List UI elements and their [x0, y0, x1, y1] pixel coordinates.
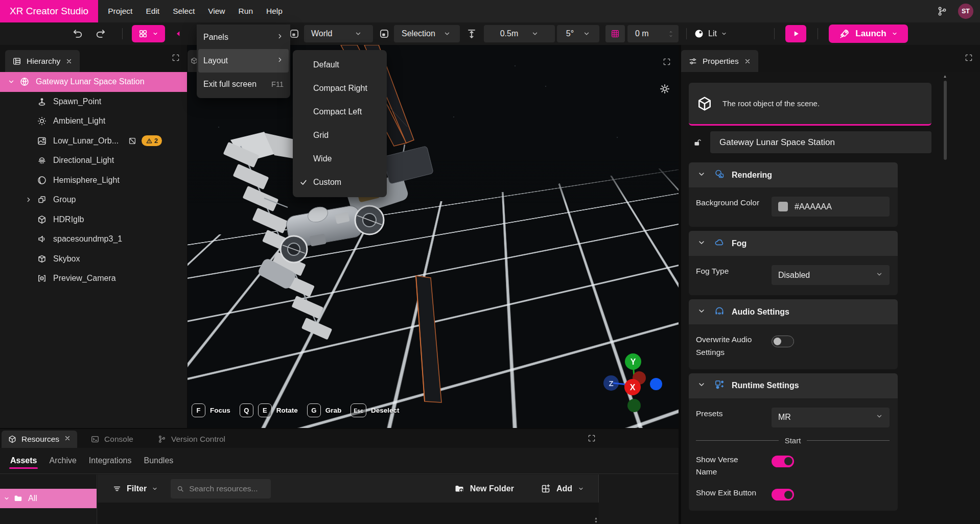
submenu-item-compact-left[interactable]: Compact Left: [293, 100, 387, 124]
menubar-item-project[interactable]: Project: [101, 0, 139, 22]
background-color-field[interactable]: #AAAAAA: [772, 197, 890, 217]
fog-type-select[interactable]: Disabled: [772, 265, 890, 285]
tab-properties[interactable]: Properties: [681, 50, 758, 72]
section-header-fog[interactable]: Fog: [689, 231, 898, 256]
triangle-left-icon: [174, 30, 182, 38]
add-object-button[interactable]: [132, 25, 165, 42]
menubar-item-edit[interactable]: Edit: [139, 0, 166, 22]
shading-mode-select[interactable]: Lit: [694, 25, 727, 42]
fullscreen-icon[interactable]: [588, 434, 596, 442]
fullscreen-icon[interactable]: [965, 54, 973, 62]
avatar[interactable]: ST: [958, 4, 973, 19]
section-header-runtime-settings[interactable]: Runtime Settings: [689, 373, 898, 398]
collapse-toolbar-button[interactable]: [174, 25, 182, 42]
hierarchy-item-spawn-point[interactable]: Spawn_Point: [0, 92, 187, 112]
hierarchy-item-low-lunar-orb[interactable]: Low_Lunar_Orb...2: [0, 131, 187, 151]
gear-icon[interactable]: [659, 83, 670, 94]
height-stepper[interactable]: 0 m: [627, 25, 679, 42]
menubar-item-help[interactable]: Help: [260, 0, 289, 22]
hierarchy-item-group[interactable]: Group: [0, 190, 187, 210]
menubar-item-view[interactable]: View: [201, 0, 231, 22]
object-name-input[interactable]: [710, 131, 931, 153]
color-swatch[interactable]: [778, 202, 788, 211]
grid-snap-toggle[interactable]: [605, 25, 625, 42]
hierarchy-item-spacesoundmp3-1[interactable]: spacesoundmp3_1: [0, 229, 187, 249]
subtab-bundles[interactable]: Bundles: [143, 449, 174, 472]
hierarchy-item-hdriglb[interactable]: HDRIglb: [0, 210, 187, 230]
tab-version-control[interactable]: Version Control: [151, 431, 231, 448]
show-verse-name-toggle[interactable]: [772, 456, 794, 467]
files-area[interactable]: ▲▼: [98, 503, 599, 524]
redo-button[interactable]: [94, 25, 108, 42]
app-logo: XR Creator Studio: [0, 0, 98, 22]
subtab-archive[interactable]: Archive: [48, 449, 77, 472]
rotate-step-select[interactable]: 5°: [557, 25, 599, 42]
chevron-down-icon: [4, 495, 10, 502]
person-icon: [37, 97, 47, 107]
lock-open-icon[interactable]: [692, 138, 702, 147]
sun-icon: [37, 116, 47, 126]
section-header-audio-settings[interactable]: Audio Settings: [689, 299, 898, 324]
undo-button[interactable]: [71, 25, 85, 42]
gizmo-neg-y[interactable]: [627, 399, 641, 412]
close-icon[interactable]: [744, 58, 751, 65]
submenu-item-default[interactable]: Default: [293, 53, 387, 77]
cube-icon: [8, 435, 17, 444]
properties-scrollbar[interactable]: ▲: [943, 74, 947, 524]
launch-button[interactable]: Launch: [829, 25, 908, 43]
tab-hierarchy[interactable]: Hierarchy: [5, 50, 80, 72]
move-step-select[interactable]: 0.5m: [484, 25, 555, 42]
main-menu: ProjectEditSelectViewRunHelp: [101, 0, 289, 22]
submenu-item-grid[interactable]: Grid: [293, 124, 387, 147]
close-icon[interactable]: [65, 58, 73, 65]
properties-panel: Properties The root object of the scene.…: [681, 45, 980, 524]
hierarchy-item-ambient-light[interactable]: Ambient_Light: [0, 111, 187, 131]
presets-select[interactable]: MR: [772, 408, 890, 427]
overwrite-audio-settings-toggle[interactable]: [772, 336, 794, 347]
viewport-3d[interactable]: FFocusQERotateGGrabEscDeselect Z Y X: [188, 45, 679, 428]
play-button[interactable]: [785, 25, 806, 42]
menu-item-panels[interactable]: Panels: [197, 26, 290, 49]
section-header-rendering[interactable]: Rendering: [689, 162, 898, 187]
show-exit-button-toggle[interactable]: [772, 489, 794, 501]
svg-text:Z: Z: [609, 379, 613, 388]
files-scrollbar[interactable]: ▲▼: [594, 516, 598, 523]
new-folder-button[interactable]: New Folder: [454, 484, 514, 494]
chevron-down-icon: [876, 413, 883, 420]
menubar-item-select[interactable]: Select: [166, 0, 201, 22]
cube-icon: [37, 215, 47, 225]
tab-console[interactable]: Console: [84, 431, 139, 448]
submenu-item-custom[interactable]: Custom: [293, 171, 387, 194]
gizmo-neg-z[interactable]: [650, 378, 662, 390]
chevron-down-icon: [892, 31, 898, 37]
subtab-assets[interactable]: Assets: [9, 449, 38, 472]
warning-badge[interactable]: 2: [142, 135, 162, 146]
hierarchy-item-gateway-lunar-space-station[interactable]: Gateway Lunar Space Station: [0, 72, 187, 92]
submenu-item-compact-right[interactable]: Compact Right: [293, 77, 387, 100]
pivot-mode-button[interactable]: [376, 25, 393, 42]
hierarchy-item-directional-light[interactable]: Directional_Light: [0, 151, 187, 171]
menubar-item-run[interactable]: Run: [232, 0, 260, 22]
lit-sphere-icon: [694, 29, 704, 39]
branch-icon[interactable]: [937, 6, 948, 17]
add-asset-button[interactable]: Add: [541, 484, 584, 494]
fullscreen-icon[interactable]: [663, 58, 671, 66]
submenu-item-wide[interactable]: Wide: [293, 147, 387, 171]
search-box[interactable]: [171, 479, 271, 498]
chevron-down-icon: [697, 307, 706, 315]
tab-resources[interactable]: Resources: [2, 431, 77, 448]
subtab-integrations[interactable]: Integrations: [88, 449, 133, 472]
resources-subtabs: AssetsArchiveIntegrationsBundles: [0, 448, 679, 474]
menu-item-layout[interactable]: Layout: [198, 49, 289, 73]
transform-space-select[interactable]: World: [304, 25, 373, 42]
search-input[interactable]: [189, 484, 265, 493]
hierarchy-item-preview-camera[interactable]: Preview_Camera: [0, 269, 187, 289]
orientation-gizmo[interactable]: Z Y X: [590, 343, 676, 428]
selection-mode-select[interactable]: Selection: [394, 25, 460, 42]
hierarchy-item-skybox[interactable]: Skybox: [0, 249, 187, 269]
filter-button[interactable]: Filter: [112, 484, 158, 493]
fullscreen-icon[interactable]: [172, 54, 180, 62]
hierarchy-item-hemisphere-light[interactable]: Hemisphere_Light: [0, 171, 187, 190]
folder-all[interactable]: All: [0, 489, 97, 508]
menu-item-exit-full-screen[interactable]: Exit full screenF11: [197, 73, 290, 96]
